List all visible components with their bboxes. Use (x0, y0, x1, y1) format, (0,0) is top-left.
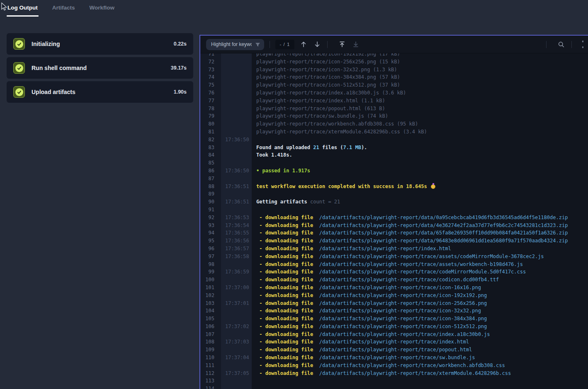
line-text (252, 190, 588, 198)
log-line: 11217:37:05 - downloading file /data/art… (200, 370, 588, 377)
line-timestamp (221, 58, 252, 66)
line-number: 75 (200, 81, 221, 89)
line-text (252, 385, 588, 389)
check-circle-icon (13, 86, 25, 98)
line-timestamp: 17:37:02 (221, 323, 252, 331)
log-line: 9017:36:51Getting artifacts count = 21 (200, 198, 588, 206)
divider (270, 41, 270, 48)
line-number: 104 (200, 307, 221, 315)
line-timestamp: 17:36:56 (221, 237, 252, 245)
line-number: 84 (200, 151, 221, 159)
log-line: 109 - downloading file /data/artifacts/p… (200, 346, 588, 354)
line-number: 106 (200, 323, 221, 331)
step-label: Run shell command (32, 65, 171, 71)
line-timestamp (221, 206, 252, 214)
scroll-to-top-button[interactable] (338, 40, 347, 49)
line-timestamp: 17:36:54 (221, 222, 252, 230)
line-number: 101 (200, 284, 221, 292)
search-button[interactable] (556, 40, 566, 49)
tab-log-output[interactable]: Log Output (7, 0, 39, 17)
line-number: 94 (200, 229, 221, 237)
line-number: 110 (200, 354, 221, 362)
line-number: 73 (200, 66, 221, 74)
line-timestamp (221, 307, 252, 315)
log-line: 8217:36:50 (200, 136, 588, 144)
scroll-to-bottom-button[interactable] (351, 40, 360, 49)
line-text: playwright-report/trace/index.a18c30b0.j… (252, 89, 588, 97)
clipped-toolbar-icon[interactable] (582, 41, 583, 48)
line-timestamp: 17:36:57 (221, 245, 252, 253)
line-number: 96 (200, 245, 221, 253)
line-text: - downloading file /data/artifacts/playw… (252, 214, 588, 222)
line-text: playwright-report/trace/icon-512x512.png… (252, 81, 588, 89)
log-line: 105 - downloading file /data/artifacts/p… (200, 315, 588, 323)
line-text: - downloading file /data/artifacts/playw… (252, 276, 588, 284)
line-timestamp (221, 53, 252, 58)
log-line: 113 (200, 377, 588, 385)
line-text: Took 1.418s. (252, 151, 588, 159)
line-timestamp (221, 175, 252, 183)
step-run-shell-command[interactable]: Run shell command 39.17s (7, 57, 193, 79)
line-timestamp (221, 144, 252, 152)
line-timestamp (221, 315, 252, 323)
log-line: 11017:37:04 - downloading file /data/art… (200, 354, 588, 362)
tab-workflow[interactable]: Workflow (89, 0, 116, 17)
step-label: Initializing (32, 41, 174, 47)
line-timestamp (221, 159, 252, 167)
line-number: 88 (200, 183, 221, 191)
step-duration: 0.22s (174, 41, 187, 47)
line-timestamp (221, 89, 252, 97)
line-number: 113 (200, 377, 221, 385)
previous-match-button[interactable] (299, 40, 308, 49)
line-text: - downloading file /data/artifacts/playw… (252, 370, 588, 377)
line-number: 111 (200, 362, 221, 370)
filter-funnel-icon[interactable] (255, 42, 260, 49)
tab-artifacts[interactable]: Artifacts (51, 0, 76, 17)
line-number: 97 (200, 253, 221, 261)
line-timestamp (221, 81, 252, 89)
step-initializing[interactable]: Initializing 0.22s (7, 33, 193, 55)
log-line: 107 - downloading file /data/artifacts/p… (200, 331, 588, 338)
line-number: 107 (200, 331, 221, 338)
line-text: - downloading file /data/artifacts/playw… (252, 346, 588, 354)
line-text: - downloading file /data/artifacts/playw… (252, 331, 588, 338)
line-text: - downloading file /data/artifacts/playw… (252, 268, 588, 276)
line-text: - downloading file /data/artifacts/playw… (252, 354, 588, 362)
line-timestamp: 17:36:59 (221, 268, 252, 276)
log-line: 10617:37:02 - downloading file /data/art… (200, 323, 588, 331)
line-timestamp (221, 385, 252, 389)
step-duration: 1.90s (174, 89, 187, 95)
log-line: 9317:36:54 - downloading file /data/arti… (200, 222, 588, 230)
line-timestamp (221, 128, 252, 136)
line-timestamp: 17:37:04 (221, 354, 252, 362)
line-text (252, 377, 588, 385)
line-timestamp (221, 261, 252, 268)
line-text: playwright-report/trace/workbench.abfdb3… (252, 120, 588, 128)
line-number: 109 (200, 346, 221, 354)
step-upload-artifacts[interactable]: Upload artifacts 1.90s (7, 81, 193, 103)
line-number: 105 (200, 315, 221, 323)
line-text: playwright-report/trace/xtermModule.6428… (252, 128, 588, 136)
log-line: 78playwright-report/trace/popout.html (6… (200, 105, 588, 113)
line-timestamp (221, 112, 252, 120)
line-text (252, 206, 588, 214)
line-number: 79 (200, 112, 221, 120)
line-timestamp: 17:36:58 (221, 253, 252, 261)
log-line: 9617:36:57 - downloading file /data/arti… (200, 245, 588, 253)
line-number: 74 (200, 73, 221, 81)
line-number: 95 (200, 237, 221, 245)
log-line: 8817:36:51test workflow execution comple… (200, 183, 588, 191)
line-text: - downloading file /data/artifacts/playw… (252, 245, 588, 253)
log-line: 9717:36:58 - downloading file /data/arti… (200, 253, 588, 261)
log-line: 91 (200, 206, 588, 214)
next-match-button[interactable] (313, 40, 322, 49)
log-line: 75playwright-report/trace/icon-512x512.p… (200, 81, 588, 89)
log-viewport[interactable]: 71playwright-report/trace/icon-192x192.p… (200, 53, 588, 389)
mouse-cursor-icon (1, 2, 7, 13)
line-number: 92 (200, 214, 221, 222)
line-text: - downloading file /data/artifacts/playw… (252, 222, 588, 230)
line-number: 112 (200, 370, 221, 377)
line-text: - downloading file /data/artifacts/playw… (252, 307, 588, 315)
log-line: 9517:36:56 - downloading file /data/arti… (200, 237, 588, 245)
line-timestamp: 17:36:53 (221, 214, 252, 222)
